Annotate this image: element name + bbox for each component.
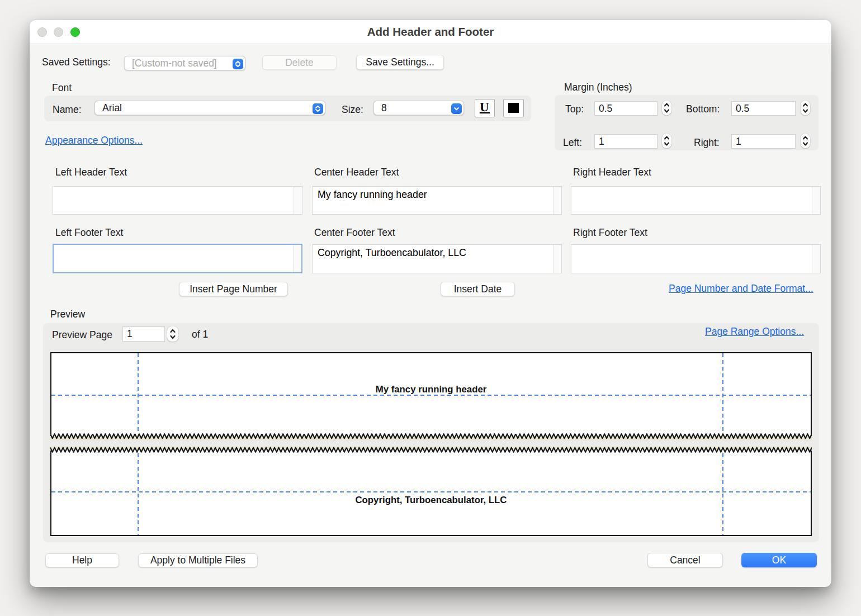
svg-text:Copyright, Turboencabulator, L: Copyright, Turboencabulator, LLC bbox=[356, 495, 507, 505]
svg-text:My fancy running header: My fancy running header bbox=[376, 384, 487, 395]
